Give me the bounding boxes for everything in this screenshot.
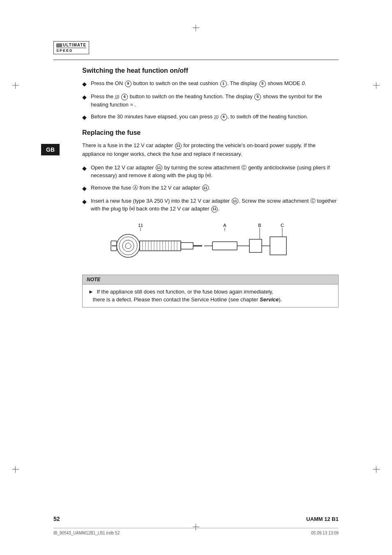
circle-9: 9 <box>125 81 131 87</box>
note-arrow: ► <box>88 289 94 295</box>
circle-11a: 11 <box>156 164 162 171</box>
svg-text:11: 11 <box>138 223 143 228</box>
svg-rect-36 <box>270 237 286 255</box>
bullet-text: Before the 30 minutes have elapsed, you … <box>91 113 339 122</box>
svg-point-2 <box>117 234 140 257</box>
footer-model: UAMM 12 B1 <box>306 516 339 522</box>
reg-mark-right-bottom <box>373 466 380 473</box>
svg-rect-26 <box>212 242 237 250</box>
bullet-diamond: ◆ <box>82 164 87 180</box>
reg-mark-right-top <box>373 82 380 89</box>
bullet-diamond: ◆ <box>82 113 87 122</box>
svg-text:B: B <box>258 223 261 228</box>
bullet-item: ◆ Open the 12 V car adapter 11 by turnin… <box>82 164 339 180</box>
top-rule <box>53 60 339 60</box>
section2-bullets: ◆ Open the 12 V car adapter 11 by turnin… <box>82 164 339 213</box>
note-box: NOTE ► If the appliance still does not f… <box>82 275 339 308</box>
circle-11d: 11 <box>211 206 218 213</box>
bullet-diamond: ◆ <box>82 184 87 193</box>
bullet-text: Press the ))) 6 button to switch on the … <box>91 92 339 109</box>
bullet-item: ◆ Before the 30 minutes have elapsed, yo… <box>82 113 339 122</box>
note-line2: there is a defect. Please then contact t… <box>93 296 258 303</box>
circle-6b: 6 <box>221 114 227 120</box>
fuse-diagram: 11 <box>82 221 339 266</box>
page: ULTIMATE SPEED GB Switching the heat fun… <box>0 0 392 555</box>
circle-11: 11 <box>175 143 182 149</box>
reg-mark-left-bottom <box>12 466 19 473</box>
circle-6: 6 <box>121 94 128 100</box>
bottom-info: IB_90543_UAMM12B1_LB1.indb 52 05.09.13 1… <box>53 528 339 535</box>
svg-rect-22 <box>181 243 193 249</box>
circle-11b: 11 <box>202 185 209 191</box>
reg-mark-top <box>193 25 199 31</box>
logo-brand: ULTIMATE <box>63 43 86 47</box>
bullet-item: ◆ Press the ))) 6 button to switch on th… <box>82 92 339 109</box>
note-header: NOTE <box>83 275 338 284</box>
section2: Replacing the fuse There is a fuse in th… <box>82 129 339 308</box>
svg-text:C: C <box>281 223 284 228</box>
svg-rect-31 <box>249 239 262 252</box>
svg-point-7 <box>125 243 131 249</box>
section1-title: Switching the heat function on/off <box>82 67 339 74</box>
logo: ULTIMATE SPEED <box>53 41 89 54</box>
logo-sub: SPEED <box>56 48 86 53</box>
circle-1: 1 <box>220 81 227 87</box>
section2-intro: There is a fuse in the 12 V car adapter … <box>82 141 339 159</box>
svg-point-6 <box>122 240 134 252</box>
note-line1: If the appliance still does not function… <box>97 289 274 295</box>
bullet-text: Remove the fuse Ⓐ from the 12 V car adap… <box>91 184 339 193</box>
reg-mark-left-top <box>12 82 19 89</box>
bullet-item: ◆ Press the ON 9 button to switch on the… <box>82 79 339 88</box>
bullet-text: Press the ON 9 button to switch on the s… <box>91 79 339 88</box>
main-content: Switching the heat function on/off ◆ Pre… <box>82 64 339 308</box>
note-content: ► If the appliance still does not functi… <box>83 284 338 307</box>
bullet-item: ◆ Remove the fuse Ⓐ from the 12 V car ad… <box>82 184 339 193</box>
bullet-text: Open the 12 V car adapter 11 by turning … <box>91 164 339 180</box>
circle-5: 5 <box>259 81 266 87</box>
svg-rect-8 <box>140 241 181 251</box>
bullet-diamond: ◆ <box>82 80 87 88</box>
footer-page: 52 <box>53 516 60 522</box>
bullet-diamond: ◆ <box>82 197 87 213</box>
circle-5b: 5 <box>254 94 261 100</box>
bullet-diamond: ◆ <box>82 93 87 109</box>
section1: Switching the heat function on/off ◆ Pre… <box>82 67 339 122</box>
bottom-info-right: 05.09.13 13:09 <box>311 531 339 535</box>
note-service: Service <box>260 296 279 303</box>
gb-label: GB <box>41 144 60 155</box>
svg-text:A: A <box>223 223 226 228</box>
section1-bullets: ◆ Press the ON 9 button to switch on the… <box>82 79 339 122</box>
note-line3-rest: ). <box>279 296 282 303</box>
circle-11c: 11 <box>232 198 238 204</box>
bullet-text: Insert a new fuse (type 3A 250 V) into t… <box>91 197 339 213</box>
svg-point-3 <box>119 237 137 255</box>
bullet-item: ◆ Insert a new fuse (type 3A 250 V) into… <box>82 197 339 213</box>
footer: 52 UAMM 12 B1 <box>53 516 339 522</box>
section2-title: Replacing the fuse <box>82 129 339 136</box>
bottom-info-left: IB_90543_UAMM12B1_LB1.indb 52 <box>53 531 120 535</box>
